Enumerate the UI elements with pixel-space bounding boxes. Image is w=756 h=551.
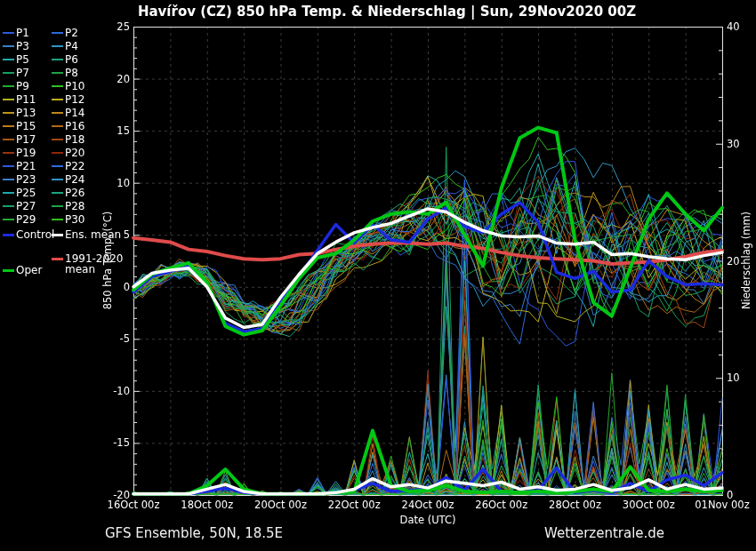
- legend-color-swatch: [52, 219, 63, 220]
- legend-item-control: Control: [3, 229, 54, 240]
- legend-item-p5: P5: [3, 54, 29, 65]
- legend-item-p10: P10: [52, 81, 85, 92]
- x-tick-label: 26Oct 00z: [469, 499, 535, 511]
- legend-label: Oper: [16, 265, 42, 276]
- legend-label: P24: [65, 174, 85, 185]
- legend-label: P30: [65, 214, 85, 225]
- legend-color-swatch: [52, 179, 63, 180]
- legend-label: P13: [16, 108, 36, 118]
- x-tick-label: 18Oct 00z: [174, 499, 240, 511]
- y-axis-left-title: 850 hPa Temp. (°C): [101, 212, 114, 310]
- x-tick-label: 16Oct 00z: [101, 499, 166, 511]
- legend-label: P25: [16, 188, 36, 198]
- legend-color-swatch: [52, 139, 63, 140]
- legend-item-p6: P6: [52, 54, 78, 65]
- legend-item-p4: P4: [52, 41, 78, 52]
- legend-color-swatch: [52, 125, 63, 127]
- legend-item-p21: P21: [3, 161, 36, 172]
- legend-label: P5: [16, 54, 29, 65]
- legend-color-swatch: [3, 165, 14, 167]
- x-tick-label: 01Nov 00z: [689, 499, 755, 511]
- x-tick-label: 24Oct 00z: [395, 499, 461, 511]
- legend-color-swatch: [3, 85, 14, 87]
- legend-item-p28: P28: [52, 201, 85, 212]
- legend-label: P7: [16, 68, 29, 78]
- legend-item-p3: P3: [3, 41, 29, 52]
- legend-item-p15: P15: [3, 121, 36, 132]
- legend-color-swatch: [3, 32, 14, 34]
- legend-color-swatch: [52, 165, 63, 167]
- legend-item-p12: P12: [52, 94, 85, 105]
- y-left-tick-label: 25: [100, 20, 130, 33]
- y-left-tick-label: 5: [100, 228, 130, 241]
- y-right-tick-label: 20: [727, 255, 740, 268]
- legend-label: P10: [65, 81, 85, 92]
- legend-color-swatch: [3, 99, 14, 100]
- legend-color-swatch: [3, 125, 14, 127]
- legend-color-swatch: [52, 59, 63, 60]
- legend-color-swatch: [3, 205, 14, 207]
- legend-color-swatch: [52, 112, 63, 114]
- y-left-tick-label: 20: [100, 73, 130, 85]
- y-right-tick-label: 40: [727, 20, 740, 33]
- legend-color-swatch: [3, 45, 14, 47]
- legend-item-p13: P13: [3, 108, 36, 118]
- x-tick-label: 28Oct 00z: [543, 499, 608, 511]
- y-right-tick-label: 30: [727, 138, 740, 150]
- x-tick-label: 30Oct 00z: [615, 499, 681, 511]
- legend-item-p1: P1: [3, 28, 29, 38]
- y-left-tick-label: 15: [100, 124, 130, 137]
- y-right-tick-label: 10: [727, 371, 740, 384]
- legend-item-p20: P20: [52, 148, 85, 158]
- legend-label: P28: [65, 201, 85, 212]
- legend-label: P21: [16, 161, 36, 172]
- legend-item-p25: P25: [3, 188, 36, 198]
- footer-model-info: GFS Ensemble, 50N, 18.5E: [105, 525, 283, 541]
- legend-color-swatch: [3, 72, 14, 74]
- legend-color-swatch: [3, 234, 14, 236]
- legend-label: Control: [16, 229, 54, 240]
- legend-label: P22: [65, 161, 85, 172]
- y-axis-right-title: Niederschlag (mm): [740, 212, 752, 309]
- y-left-tick-label: -10: [100, 385, 130, 397]
- legend-label: P27: [16, 201, 36, 212]
- legend-color-swatch: [3, 179, 14, 180]
- legend-label: 1991-2020 mean: [65, 253, 123, 275]
- legend-item-p14: P14: [52, 108, 85, 118]
- y-left-tick-label: -5: [100, 332, 130, 345]
- legend-item-p29: P29: [3, 214, 36, 225]
- legend-color-swatch: [52, 72, 63, 74]
- legend-color-swatch: [3, 269, 14, 272]
- legend-label: P3: [16, 41, 29, 52]
- legend-color-swatch: [52, 152, 63, 154]
- legend-label: P18: [65, 134, 85, 145]
- legend-item-p11: P11: [3, 94, 36, 105]
- legend-label: P29: [16, 214, 36, 225]
- legend-color-swatch: [3, 152, 14, 154]
- legend-label: P19: [16, 148, 36, 158]
- x-tick-label: 22Oct 00z: [321, 499, 387, 511]
- legend-color-swatch: [52, 192, 63, 194]
- legend-item-p19: P19: [3, 148, 36, 158]
- legend-label: P12: [65, 94, 85, 105]
- legend-label: P15: [16, 121, 36, 132]
- legend-label: P26: [65, 188, 85, 198]
- legend-label: P9: [16, 81, 29, 92]
- legend-item-p26: P26: [52, 188, 85, 198]
- x-tick-label: 20Oct 00z: [248, 499, 314, 511]
- legend-item-oper: Oper: [3, 265, 42, 276]
- legend-item-p9: P9: [3, 81, 29, 92]
- legend-item-p7: P7: [3, 68, 29, 78]
- legend-item-p22: P22: [52, 161, 85, 172]
- legend-label: P1: [16, 28, 29, 38]
- legend-item-p30: P30: [52, 214, 85, 225]
- legend-color-swatch: [52, 234, 63, 236]
- legend-item-p17: P17: [3, 134, 36, 145]
- legend-color-swatch: [52, 258, 63, 260]
- legend-item-p27: P27: [3, 201, 36, 212]
- legend-label: P2: [65, 28, 78, 38]
- legend-item-p23: P23: [3, 174, 36, 185]
- legend-color-swatch: [3, 112, 14, 114]
- legend-color-swatch: [3, 192, 14, 194]
- legend-item-p16: P16: [52, 121, 85, 132]
